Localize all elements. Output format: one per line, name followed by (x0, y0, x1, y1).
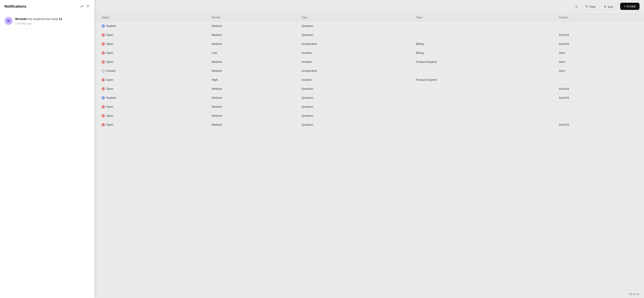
notification-header: Notifications (0, 0, 94, 13)
notification-panel: Notifications MMichelle has reopened the… (0, 0, 94, 298)
notification-time: 2 months ago (15, 22, 90, 25)
notification-list: MMichelle has reopened the ticket 112 mo… (0, 13, 94, 29)
mark-all-read-icon[interactable] (80, 4, 84, 9)
notification-item[interactable]: MMichelle has reopened the ticket 112 mo… (0, 13, 94, 29)
notification-message: Michelle has reopened the ticket 11 (15, 17, 90, 21)
overlay[interactable] (53, 0, 644, 298)
notification-actions (80, 4, 90, 9)
notification-title: Notifications (4, 4, 26, 8)
close-icon[interactable] (86, 4, 90, 9)
